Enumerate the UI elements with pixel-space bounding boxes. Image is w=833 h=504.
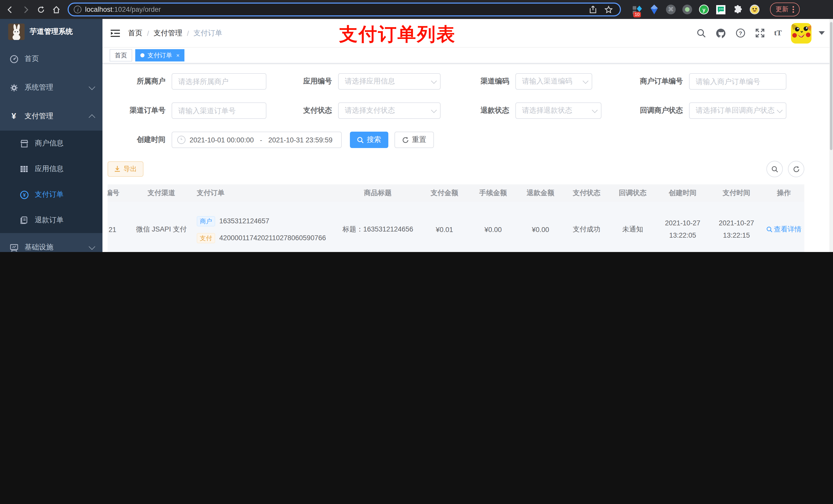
- filter-create-time: 创建时间 2021-10-01 00:00:00 - 2021-10-31 23…: [108, 131, 342, 148]
- view-detail-link[interactable]: 查看详情: [766, 225, 802, 234]
- page-scrollbar[interactable]: [829, 19, 833, 252]
- date-start: 2021-10-01 00:00:00: [190, 136, 254, 144]
- merchant-select[interactable]: [172, 73, 266, 90]
- bookmark-star-icon[interactable]: [602, 3, 615, 16]
- breadcrumb-home[interactable]: 首页: [128, 28, 142, 38]
- merchant-order-input[interactable]: [690, 74, 786, 89]
- table-refresh-button[interactable]: [788, 161, 804, 177]
- table-header: 编号 支付渠道 支付订单 商品标题 支付金额 手续金额 退款金额 支付状态 回调…: [108, 184, 804, 202]
- update-button[interactable]: 更新: [770, 3, 800, 16]
- shop-icon: [20, 139, 29, 148]
- sidebar-item-app-info[interactable]: 应用信息: [0, 156, 102, 182]
- sidebar-submenu-pay: 商户信息 应用信息 ¥ 支付订单: [0, 130, 102, 233]
- svg-text:?: ?: [739, 30, 742, 36]
- app-title: 芋道管理系统: [30, 27, 73, 37]
- filter-app: 应用编号 请选择应用信息: [287, 73, 441, 90]
- table-row[interactable]: 21 微信 JSAPI 支付 商户1635312124657 支付4200001…: [108, 202, 804, 252]
- github-icon[interactable]: [716, 28, 726, 38]
- notify-status-select[interactable]: 请选择订单回调商户状态: [689, 102, 786, 119]
- monitor-icon: [9, 243, 19, 252]
- forward-icon[interactable]: [20, 3, 32, 16]
- dashboard-icon: [9, 54, 19, 64]
- update-label: 更新: [776, 5, 788, 14]
- screen: i localhost:1024/pay/order 10 ⌘ y: [0, 0, 833, 252]
- clock-icon: [177, 136, 186, 144]
- channel-order-input[interactable]: [172, 103, 266, 118]
- sidebar-item-pay[interactable]: ¥ 支付管理: [0, 102, 102, 130]
- page-info-icon[interactable]: i: [74, 6, 81, 13]
- reload-icon[interactable]: [35, 3, 47, 16]
- filter-channel-order-no: 渠道订单号: [108, 102, 266, 119]
- url-text: localhost:1024/pay/order: [85, 6, 161, 13]
- sidebar-item-pay-order[interactable]: ¥ 支付订单: [0, 182, 102, 208]
- breadcrumb-pay[interactable]: 支付管理: [154, 28, 182, 38]
- breadcrumb: 首页 / 支付管理 / 支付订单: [128, 28, 222, 38]
- chevron-down-icon: [583, 78, 589, 84]
- logo[interactable]: 芋道管理系统: [0, 19, 102, 45]
- merchant-input[interactable]: [172, 74, 266, 89]
- share-icon[interactable]: [587, 3, 599, 16]
- top-navbar: 首页 / 支付管理 / 支付订单 支付订单列表 ?: [102, 19, 833, 48]
- help-icon[interactable]: ?: [735, 28, 745, 38]
- close-tab-icon[interactable]: ×: [176, 52, 180, 58]
- channel-code-select[interactable]: 请输入渠道编码: [515, 73, 592, 90]
- filter-pay-status: 支付状态 请选择支付状态: [287, 102, 441, 119]
- search-button[interactable]: 搜索: [350, 131, 388, 148]
- scrollbar-thumb[interactable]: [830, 22, 832, 150]
- filter-merchant-order-no: 商户订单编号: [625, 73, 786, 90]
- filter-channel-code: 渠道编码 请输入渠道编码: [464, 73, 592, 90]
- grid-icon: [20, 164, 29, 174]
- tab-home[interactable]: 首页: [110, 49, 132, 62]
- fullscreen-icon[interactable]: [755, 28, 765, 38]
- export-button[interactable]: 导出: [108, 161, 143, 177]
- sidebar: 芋道管理系统 首页 系统管理 ¥ 支付管理: [0, 19, 102, 252]
- yen-circle-icon: ¥: [20, 190, 29, 199]
- red-annotation-title: 支付订单列表: [339, 22, 456, 47]
- extension-gem-icon[interactable]: [649, 4, 659, 15]
- extension-dot-icon[interactable]: [682, 5, 692, 14]
- sidebar-fold-icon[interactable]: [111, 29, 120, 37]
- user-avatar[interactable]: [791, 23, 811, 43]
- back-icon[interactable]: [4, 3, 16, 16]
- tab-pay-order[interactable]: 支付订单 ×: [135, 49, 185, 62]
- search-icon[interactable]: [696, 28, 707, 38]
- url-bar[interactable]: i localhost:1024/pay/order: [68, 3, 621, 16]
- merchant-tag: 商户: [197, 216, 215, 226]
- reset-button[interactable]: 重置: [395, 131, 434, 148]
- extensions-puzzle-icon[interactable]: [733, 4, 743, 15]
- channel-order-input-wrap[interactable]: [172, 102, 266, 119]
- filter-merchant: 所属商户: [108, 73, 266, 90]
- profile-emoji-avatar[interactable]: [749, 4, 760, 15]
- sidebar-item-refund-order[interactable]: 退款订单: [0, 208, 102, 233]
- table-search-toggle-button[interactable]: [766, 161, 783, 177]
- document-icon: [20, 216, 29, 225]
- page-content: 所属商户 应用编号 请选择应用信息 渠道编码 请输入渠道编码: [102, 64, 833, 252]
- svg-text:y: y: [703, 7, 706, 13]
- pay-tag: 支付: [197, 233, 215, 243]
- browser-menu-icon[interactable]: [792, 6, 794, 13]
- user-menu-caret-icon[interactable]: [819, 31, 825, 35]
- orders-table: 编号 支付渠道 支付订单 商品标题 支付金额 手续金额 退款金额 支付状态 回调…: [108, 184, 808, 252]
- extension-chat-icon[interactable]: [716, 4, 726, 15]
- sidebar-item-merchant-info[interactable]: 商户信息: [0, 130, 102, 156]
- refund-status-select[interactable]: 请选择退款状态: [515, 102, 601, 119]
- merchant-order-input-wrap[interactable]: [689, 73, 786, 90]
- app-select[interactable]: 请选择应用信息: [338, 73, 441, 90]
- chevron-down-icon: [89, 243, 95, 249]
- extension-y-icon[interactable]: y: [699, 4, 709, 15]
- extension-tag-manager-icon[interactable]: 10: [632, 4, 642, 15]
- extension-command-icon[interactable]: ⌘: [666, 5, 676, 14]
- font-size-icon[interactable]: tT: [774, 29, 782, 38]
- home-icon[interactable]: [50, 3, 63, 16]
- yen-icon: ¥: [9, 112, 19, 121]
- sidebar-item-infra[interactable]: 基础设施: [0, 233, 102, 252]
- chevron-down-icon: [777, 107, 783, 113]
- pay-status-select[interactable]: 请选择支付状态: [338, 102, 441, 119]
- logo-image: [8, 24, 25, 40]
- chevron-down-icon: [89, 83, 95, 90]
- date-range-picker[interactable]: 2021-10-01 00:00:00 - 2021-10-31 23:59:5…: [172, 131, 342, 148]
- extension-badge: 10: [633, 12, 641, 17]
- sidebar-item-home[interactable]: 首页: [0, 45, 102, 73]
- sidebar-item-system[interactable]: 系统管理: [0, 73, 102, 102]
- chevron-down-icon: [431, 78, 437, 84]
